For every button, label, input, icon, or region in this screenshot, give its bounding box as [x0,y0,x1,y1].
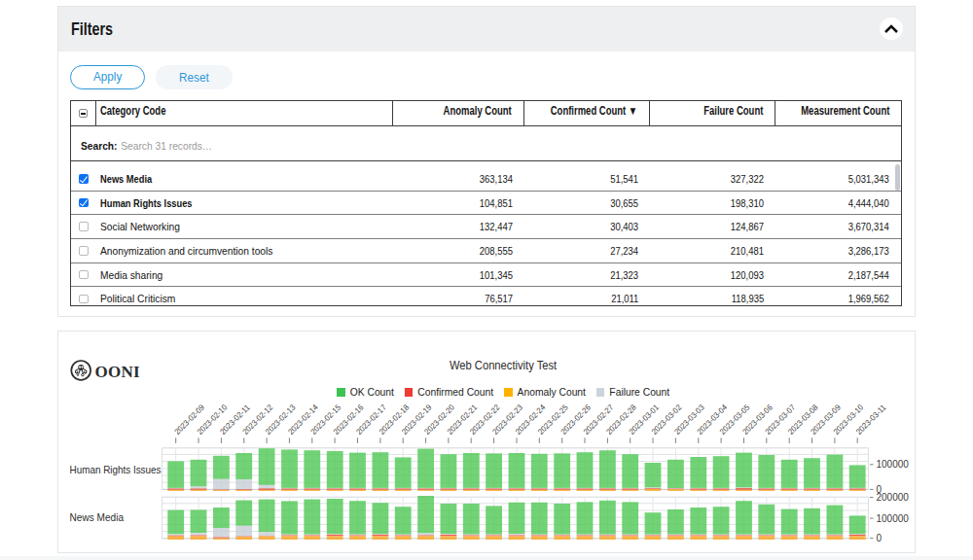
svg-text:100000: 100000 [877,513,910,524]
svg-text:200000: 200000 [877,492,910,503]
svg-text:100000: 100000 [877,459,910,470]
svg-text:News Media: News Media [70,511,125,523]
svg-text:0: 0 [877,533,883,543]
svg-text:Human Rights Issues: Human Rights Issues [70,464,162,475]
